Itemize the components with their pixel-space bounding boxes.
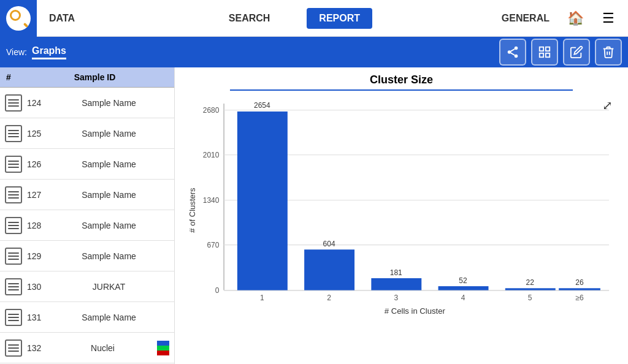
svg-rect-34 <box>505 288 556 290</box>
list-item[interactable]: 124 Sample Name <box>0 88 174 118</box>
row-sample-name: Sample Name <box>48 159 169 169</box>
sidebar: # Sample ID 124 Sample Name 125 Sample N… <box>0 67 175 364</box>
list-item[interactable]: 126 Sample Name <box>0 149 174 180</box>
svg-rect-31 <box>438 286 489 290</box>
col-sample-id: Sample ID <box>21 72 168 82</box>
sub-header: View: Graphs <box>0 37 628 67</box>
nav-tabs: SEARCH REPORT <box>87 8 502 29</box>
row-sample-name: Sample Name <box>48 221 169 230</box>
row-detail-icon <box>5 339 22 357</box>
row-sample-name: Sample Name <box>48 313 169 322</box>
svg-text:≥6: ≥6 <box>575 294 584 302</box>
graphs-tab[interactable]: Graphs <box>32 45 66 59</box>
bar-chart-svg: 0 670 1340 2010 2680 # of Clusters 2654 <box>187 97 616 324</box>
row-sample-name: Nuclei <box>48 343 157 353</box>
row-detail-icon <box>5 156 22 173</box>
home-button[interactable]: 🏠 <box>562 5 589 32</box>
row-detail-icon <box>5 248 22 265</box>
svg-point-0 <box>515 47 518 50</box>
svg-rect-7 <box>540 53 543 57</box>
svg-text:26: 26 <box>575 278 584 287</box>
list-item[interactable]: 128 Sample Name <box>0 210 174 241</box>
svg-rect-28 <box>371 278 421 290</box>
sub-header-right <box>499 39 622 66</box>
row-sample-name: Sample Name <box>48 190 169 200</box>
search-icon <box>6 6 31 31</box>
app-header: DATA SEARCH REPORT GENERAL 🏠 ☰ <box>0 0 628 37</box>
list-item[interactable]: 125 Sample Name <box>0 118 174 149</box>
tab-search[interactable]: SEARCH <box>216 8 283 29</box>
chart-area: Cluster Size ⤢ 0 670 1340 2 <box>175 67 628 364</box>
svg-text:1340: 1340 <box>203 196 220 205</box>
svg-rect-22 <box>237 112 288 290</box>
row-detail-icon <box>5 309 22 326</box>
sidebar-header: # Sample ID <box>0 67 174 88</box>
svg-text:52: 52 <box>459 276 467 285</box>
view-label: View: <box>6 47 27 57</box>
chart-title: Cluster Size <box>187 74 616 86</box>
svg-point-1 <box>508 50 511 54</box>
svg-rect-25 <box>304 249 354 290</box>
row-number: 130 <box>27 282 48 292</box>
row-detail-icon <box>5 125 22 142</box>
list-item[interactable]: 129 Sample Name <box>0 241 174 271</box>
bar-chart-container: 0 670 1340 2010 2680 # of Clusters 2654 <box>187 97 616 324</box>
row-detail-icon <box>5 94 22 112</box>
row-number: 127 <box>27 190 48 200</box>
svg-text:2010: 2010 <box>203 151 220 159</box>
row-number: 126 <box>27 159 48 169</box>
svg-rect-6 <box>546 47 550 51</box>
svg-text:3: 3 <box>394 294 398 302</box>
svg-text:604: 604 <box>323 240 335 248</box>
svg-text:1: 1 <box>260 294 264 302</box>
row-detail-icon <box>5 217 22 234</box>
chart-title-divider <box>230 89 573 91</box>
svg-text:2: 2 <box>327 294 331 302</box>
logo-button[interactable] <box>0 0 37 37</box>
list-item[interactable]: 132 Nuclei <box>0 333 174 363</box>
svg-text:22: 22 <box>526 278 535 287</box>
svg-text:0: 0 <box>215 286 220 295</box>
svg-text:# Cells in Cluster: # Cells in Cluster <box>385 306 446 316</box>
list-item[interactable]: 131 Sample Name <box>0 302 174 333</box>
svg-text:670: 670 <box>207 241 219 249</box>
svg-rect-5 <box>540 47 543 51</box>
row-sample-name: Sample Name <box>48 129 169 138</box>
svg-rect-37 <box>559 288 600 290</box>
edit-button[interactable] <box>563 39 590 66</box>
header-right: GENERAL 🏠 ☰ <box>502 5 628 32</box>
row-detail-icon <box>5 278 22 295</box>
list-item[interactable]: 130 JURKAT <box>0 271 174 302</box>
row-number: 132 <box>27 343 48 353</box>
row-number: 131 <box>27 313 48 322</box>
delete-button[interactable] <box>595 39 622 66</box>
general-label: GENERAL <box>502 13 550 24</box>
menu-button[interactable]: ☰ <box>595 5 622 32</box>
svg-text:# of Clusters: # of Clusters <box>188 188 197 233</box>
row-number: 129 <box>27 251 48 261</box>
sub-header-left: View: Graphs <box>6 45 66 59</box>
row-number: 124 <box>27 98 48 108</box>
col-hash: # <box>6 72 21 82</box>
row-sample-name: JURKAT <box>48 282 169 292</box>
svg-text:181: 181 <box>390 268 402 277</box>
list-item[interactable]: 127 Sample Name <box>0 180 174 210</box>
svg-text:2680: 2680 <box>203 106 220 115</box>
select-all-button[interactable] <box>531 39 558 66</box>
svg-line-3 <box>511 53 515 55</box>
row-number: 128 <box>27 221 48 230</box>
share-button[interactable] <box>499 39 526 66</box>
svg-text:2654: 2654 <box>254 102 270 110</box>
main-content: # Sample ID 124 Sample Name 125 Sample N… <box>0 67 628 364</box>
row-sample-name: Sample Name <box>48 251 169 261</box>
color-swatch <box>157 341 169 355</box>
svg-text:5: 5 <box>528 294 532 302</box>
tab-report[interactable]: REPORT <box>307 8 372 29</box>
row-detail-icon <box>5 186 22 203</box>
app-name: DATA <box>37 13 87 24</box>
svg-point-2 <box>515 55 518 58</box>
svg-line-4 <box>511 49 515 51</box>
row-number: 125 <box>27 129 48 138</box>
svg-text:4: 4 <box>461 294 465 302</box>
row-sample-name: Sample Name <box>48 98 169 108</box>
